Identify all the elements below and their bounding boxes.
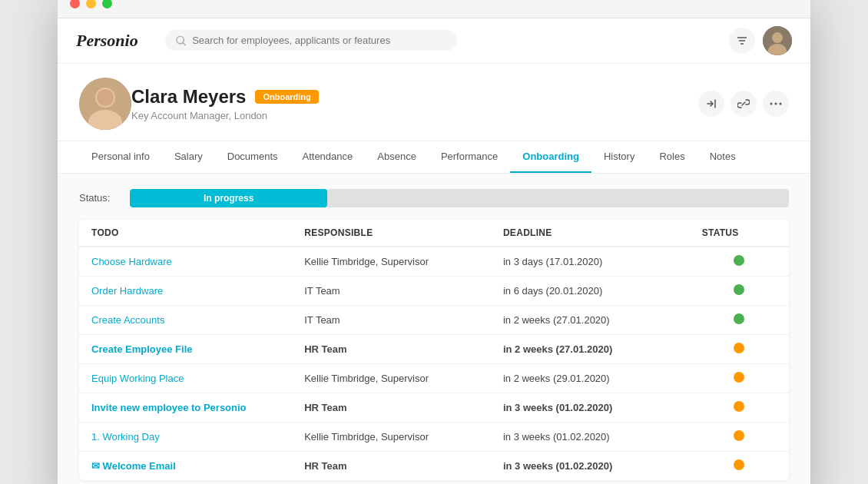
svg-point-6 <box>772 32 783 43</box>
topbar: Personio <box>58 18 810 64</box>
table-cell-responsible: HR Team <box>292 334 491 363</box>
table-cell-responsible: IT Team <box>292 276 491 305</box>
tab-notes[interactable]: Notes <box>697 141 748 173</box>
search-input[interactable] <box>192 35 446 46</box>
svg-point-13 <box>775 102 777 104</box>
svg-point-11 <box>97 89 114 106</box>
main-window: Personio <box>58 0 810 484</box>
table-cell-deadline: in 2 weeks (27.01.2020) <box>491 334 690 363</box>
table-cell-deadline: in 2 weeks (29.01.2020) <box>491 363 690 393</box>
table-cell-responsible: Kellie Timbridge, Supervisor <box>292 363 491 393</box>
table-cell-todo[interactable]: Choose Hardware <box>79 247 292 277</box>
minimize-dot[interactable] <box>86 0 96 8</box>
topbar-actions <box>729 26 792 55</box>
profile-avatar <box>79 78 131 130</box>
table-cell-todo[interactable]: Invite new employee to Personio <box>79 393 292 422</box>
table-cell-deadline: in 3 weeks (01.02.2020) <box>491 451 690 480</box>
col-header-todo: TODO <box>79 220 292 247</box>
profile-subtitle: Key Account Manager, London <box>131 110 319 121</box>
user-avatar[interactable] <box>763 26 792 55</box>
table-row: Order HardwareIT Teamin 6 days (20.01.20… <box>79 276 789 305</box>
filter-button[interactable] <box>729 28 755 54</box>
tab-history[interactable]: History <box>591 141 647 173</box>
titlebar <box>58 0 810 18</box>
table-cell-deadline: in 3 weeks (01.02.2020) <box>491 422 690 451</box>
signin-icon <box>705 98 717 110</box>
profile-avatar-image <box>79 78 131 130</box>
user-avatar-image <box>763 26 792 55</box>
svg-point-12 <box>770 102 773 104</box>
profile-actions <box>698 91 789 117</box>
table-cell-responsible: HR Team <box>292 393 491 422</box>
tab-personal-info[interactable]: Personal info <box>79 141 162 173</box>
progress-bar-fill: In progress <box>130 189 327 207</box>
status-dot <box>734 372 744 383</box>
status-dot <box>734 430 744 441</box>
table-cell-deadline: in 2 weeks (27.01.2020) <box>491 305 690 334</box>
table-row: Equip Working PlaceKellie Timbridge, Sup… <box>79 363 789 393</box>
table-cell-deadline: in 3 days (17.01.2020) <box>491 247 690 277</box>
search-bar[interactable] <box>165 30 457 51</box>
table-cell-status <box>690 422 789 451</box>
tab-absence[interactable]: Absence <box>365 141 429 173</box>
table-row: Choose HardwareKellie Timbridge, Supervi… <box>79 247 789 277</box>
table-cell-todo[interactable]: Create Employee File <box>79 334 292 363</box>
table-row: Create AccountsIT Teamin 2 weeks (27.01.… <box>79 305 789 334</box>
table-cell-responsible: HR Team <box>292 451 491 480</box>
col-header-deadline: Deadline <box>491 220 690 247</box>
table-cell-status <box>690 305 789 334</box>
table-header-row: TODO Responsible Deadline Status <box>79 220 789 247</box>
status-dot <box>734 255 744 266</box>
link-button[interactable] <box>731 91 757 117</box>
maximize-dot[interactable] <box>102 0 112 8</box>
table-cell-status <box>690 363 789 393</box>
table-cell-todo[interactable]: Order Hardware <box>79 276 292 305</box>
table-cell-status <box>690 451 789 480</box>
todo-table: TODO Responsible Deadline Status Choose … <box>79 220 789 480</box>
status-label: Status: <box>79 192 118 204</box>
table-cell-status <box>690 276 789 305</box>
table-row: Create Employee FileHR Teamin 2 weeks (2… <box>79 334 789 363</box>
table-cell-responsible: IT Team <box>292 305 491 334</box>
profile-info: Clara Meyers Onboarding Key Account Mana… <box>131 86 319 121</box>
table-cell-status <box>690 247 789 277</box>
status-dot <box>734 401 744 412</box>
more-icon <box>770 102 782 105</box>
progress-bar-container: In progress <box>130 189 789 207</box>
table-row: ✉ Welcome EmailHR Teamin 3 weeks (01.02.… <box>79 451 789 480</box>
tab-roles[interactable]: Roles <box>647 141 697 173</box>
tab-salary[interactable]: Salary <box>162 141 215 173</box>
status-dot <box>734 343 744 353</box>
tab-documents[interactable]: Documents <box>215 141 290 173</box>
status-dot <box>734 313 744 324</box>
tab-onboarding[interactable]: Onboarding <box>510 141 591 173</box>
status-dot <box>734 284 744 295</box>
logo: Personio <box>76 31 153 51</box>
tab-performance[interactable]: Performance <box>429 141 510 173</box>
table-cell-todo[interactable]: Equip Working Place <box>79 363 292 393</box>
onboarding-content: Status: In progress TODO Responsible Dea… <box>58 174 810 485</box>
filter-icon <box>736 35 748 47</box>
table-cell-todo[interactable]: Create Accounts <box>79 305 292 334</box>
signin-button[interactable] <box>698 91 724 117</box>
col-header-status: Status <box>690 220 789 247</box>
table-cell-responsible: Kellie Timbridge, Supervisor <box>292 247 491 277</box>
table-cell-status <box>690 393 789 422</box>
profile-name: Clara Meyers Onboarding <box>131 86 319 108</box>
table-row: 1. Working DayKellie Timbridge, Supervis… <box>79 422 789 451</box>
table-row: Invite new employee to PersonioHR Teamin… <box>79 393 789 422</box>
tab-attendance[interactable]: Attendance <box>290 141 366 173</box>
col-header-responsible: Responsible <box>292 220 491 247</box>
tabs: Personal info Salary Documents Attendanc… <box>58 141 810 174</box>
svg-point-14 <box>780 102 782 104</box>
table-cell-deadline: in 3 weeks (01.02.2020) <box>491 393 690 422</box>
table-cell-responsible: Kellie Timbridge, Supervisor <box>292 422 491 451</box>
table-cell-todo[interactable]: 1. Working Day <box>79 422 292 451</box>
link-icon <box>737 98 750 110</box>
onboarding-badge: Onboarding <box>255 90 318 104</box>
search-icon <box>176 35 186 46</box>
more-button[interactable] <box>763 91 789 117</box>
close-dot[interactable] <box>70 0 80 8</box>
table-cell-deadline: in 6 days (20.01.2020) <box>491 276 690 305</box>
table-cell-todo[interactable]: ✉ Welcome Email <box>79 451 292 480</box>
